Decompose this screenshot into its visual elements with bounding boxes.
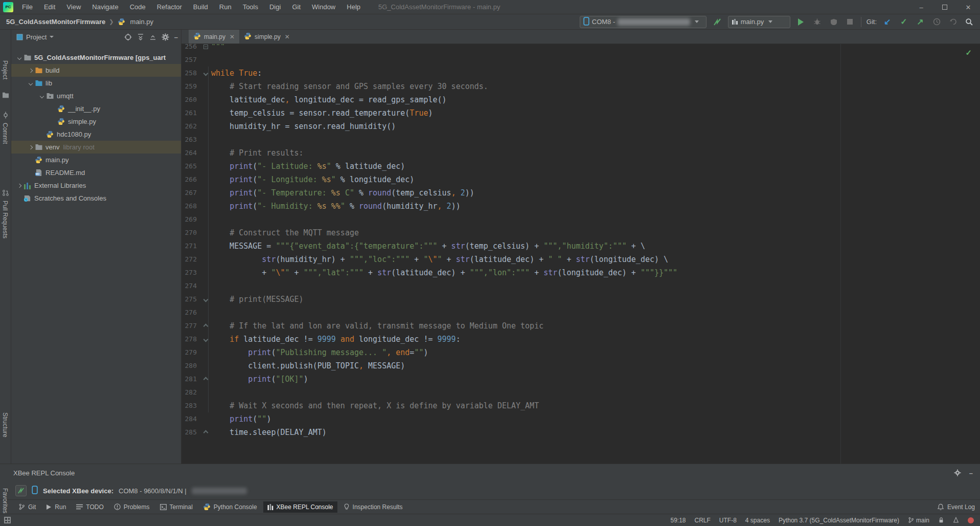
menu-tools[interactable]: Tools (238, 1, 263, 13)
tool-window-xbee-repl-console[interactable]: XBee REPL Console (263, 501, 337, 513)
tool-window-git[interactable]: Git (14, 501, 40, 513)
line-number[interactable]: 259 (181, 80, 197, 93)
breadcrumb-file[interactable]: main.py (130, 18, 154, 26)
code-line-263[interactable]: 263 (181, 133, 980, 146)
stop-button[interactable] (845, 16, 856, 28)
line-number[interactable]: 270 (181, 226, 197, 239)
code-line-268[interactable]: 268 print("- Humidity: %s %%" % round(hu… (181, 200, 980, 213)
search-everywhere-icon[interactable] (964, 16, 975, 28)
code-line-272[interactable]: 272 str(humidity_hr) + ""","loc":""" + "… (181, 253, 980, 266)
code-line-278[interactable]: 278 if latitude_dec != 9999 and longitud… (181, 333, 980, 346)
code-line-265[interactable]: 265 print("- Latitude: %s" % latitude_de… (181, 160, 980, 173)
run-config-combo[interactable]: main.py (728, 16, 790, 28)
menu-build[interactable]: Build (189, 1, 213, 13)
menu-window[interactable]: Window (307, 1, 340, 13)
run-coverage-button[interactable] (828, 16, 839, 28)
history-icon[interactable] (931, 16, 942, 28)
line-number[interactable]: 261 (181, 106, 197, 120)
editor-tab-simple-py[interactable]: simple.py✕ (239, 30, 294, 43)
tree-item-main-py[interactable]: main.py (11, 154, 181, 166)
tool-window-run[interactable]: Run (42, 501, 70, 513)
line-separator[interactable]: CRLF (695, 517, 711, 524)
code-line-275[interactable]: 275 # print(MESSAGE) (181, 293, 980, 306)
line-number[interactable]: 274 (181, 279, 197, 293)
tool-window-terminal[interactable]: Terminal (156, 501, 197, 513)
menu-edit[interactable]: Edit (39, 1, 60, 13)
tree-item-umqtt[interactable]: umqtt (11, 90, 181, 102)
menu-digi[interactable]: Digi (265, 1, 285, 13)
line-number[interactable]: 275 (181, 293, 197, 306)
fold-marker-icon[interactable] (201, 67, 210, 80)
code-line-285[interactable]: 285 time.sleep(DELAY_AMT) (181, 426, 980, 439)
code-line-282[interactable]: 282 (181, 386, 980, 399)
git-update-icon[interactable]: ↙ (882, 16, 893, 28)
stripe-pull-requests[interactable]: Pull Requests (2, 201, 9, 238)
caret-position[interactable]: 59:18 (670, 517, 686, 524)
line-number[interactable]: 284 (181, 412, 197, 426)
chevron-down-icon[interactable] (38, 95, 46, 98)
code-line-273[interactable]: 273 + "\"" + ""","lat":""" + str(latitud… (181, 266, 980, 279)
tree-item-lib[interactable]: lib (11, 77, 181, 90)
tree-item-simple-py[interactable]: simple.py (11, 115, 181, 128)
code-line-274[interactable]: 274 (181, 279, 980, 293)
code-line-283[interactable]: 283 # Wait X seconds and then repeat, X … (181, 399, 980, 412)
code-line-276[interactable]: 276 (181, 306, 980, 319)
project-view-selector[interactable]: Project (26, 33, 47, 41)
chevron-right-icon[interactable] (15, 184, 24, 187)
tool-window-python-console[interactable]: Python Console (199, 501, 261, 513)
hide-panel-icon[interactable]: – (174, 33, 178, 41)
close-tab-icon[interactable]: ✕ (230, 33, 235, 40)
line-number[interactable]: 278 (181, 333, 197, 346)
tool-window-todo[interactable]: TODO (72, 501, 107, 513)
code-line-261[interactable]: 261 temp_celsius = sensor.read_temperatu… (181, 106, 980, 120)
code-line-256[interactable]: 256""" (181, 44, 980, 53)
menu-navigate[interactable]: Navigate (87, 1, 123, 13)
menu-git[interactable]: Git (287, 1, 305, 13)
code-line-270[interactable]: 270 # Construct the MQTT message (181, 226, 980, 239)
line-number[interactable]: 277 (181, 319, 197, 333)
line-number[interactable]: 280 (181, 359, 197, 372)
fold-marker-icon[interactable] (201, 293, 210, 306)
tool-window-problems[interactable]: Problems (110, 501, 154, 513)
hide-console-icon[interactable]: – (969, 469, 973, 477)
code-line-277[interactable]: 277 # If the lat and lon are valid, tran… (181, 319, 980, 333)
tree-item-venv[interactable]: venvlibrary root (11, 141, 181, 154)
line-number[interactable]: 262 (181, 120, 197, 133)
menu-help[interactable]: Help (342, 1, 365, 13)
tree-item-init-py[interactable]: __init__.py (11, 102, 181, 115)
pull-requests-icon[interactable] (2, 189, 9, 198)
line-number[interactable]: 260 (181, 93, 197, 106)
code-line-269[interactable]: 269 (181, 213, 980, 226)
code-line-264[interactable]: 264 # Print results: (181, 146, 980, 160)
connection-status-icon[interactable] (15, 485, 27, 496)
stripe-project[interactable]: Project (2, 60, 9, 79)
line-number[interactable]: 273 (181, 266, 197, 279)
run-button[interactable] (795, 16, 807, 28)
line-number[interactable]: 257 (181, 53, 197, 67)
debug-button[interactable] (812, 16, 823, 28)
code-line-281[interactable]: 281 print("[OK]") (181, 372, 980, 386)
code-line-280[interactable]: 280 client.publish(PUB_TOPIC, MESSAGE) (181, 359, 980, 372)
fold-marker-icon[interactable] (201, 372, 210, 386)
line-number[interactable]: 256 (181, 44, 197, 53)
highlighting-level-icon[interactable] (953, 517, 959, 523)
code-line-266[interactable]: 266 print("- Longitude: %s" % longitude_… (181, 173, 980, 186)
line-number[interactable]: 271 (181, 239, 197, 253)
code-line-260[interactable]: 260 latitude_dec, longitude_dec = read_g… (181, 93, 980, 106)
line-number[interactable]: 283 (181, 399, 197, 412)
gear-icon[interactable] (954, 469, 961, 476)
tree-item-scratches-and-consoles[interactable]: Scratches and Consoles (11, 192, 181, 205)
close-tab-icon[interactable]: ✕ (285, 33, 290, 40)
line-number[interactable]: 282 (181, 386, 197, 399)
chevron-right-icon[interactable] (27, 146, 35, 149)
indent-style[interactable]: 4 spaces (745, 517, 770, 524)
rollback-icon[interactable] (947, 16, 959, 28)
tree-item-readme-md[interactable]: MDREADME.md (11, 166, 181, 179)
line-number[interactable]: 268 (181, 200, 197, 213)
close-icon[interactable]: ✕ (956, 0, 980, 14)
chevron-down-icon[interactable] (27, 82, 35, 85)
tree-item-external-libraries[interactable]: External Libraries (11, 179, 181, 192)
stripe-structure[interactable]: Structure (2, 412, 9, 437)
line-number[interactable]: 269 (181, 213, 197, 226)
maximize-icon[interactable] (933, 0, 956, 14)
